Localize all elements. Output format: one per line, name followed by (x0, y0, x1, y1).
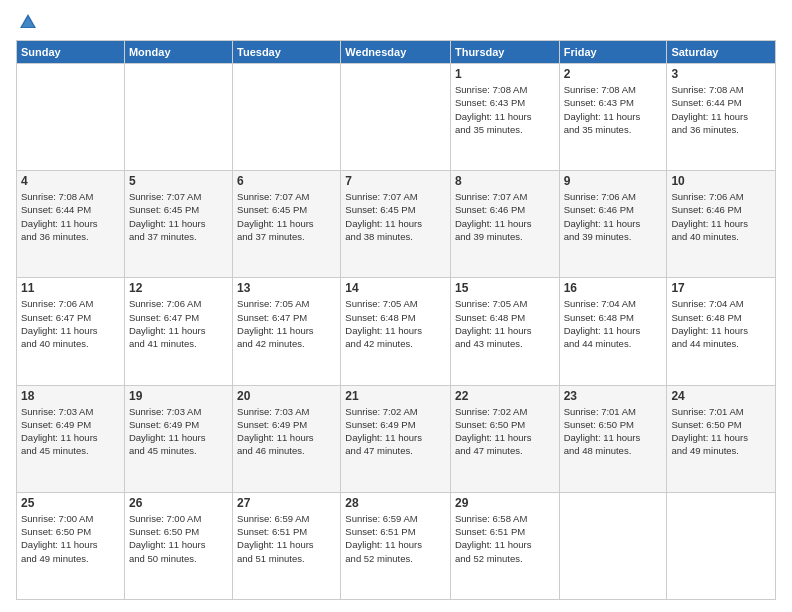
day-number: 16 (564, 281, 663, 295)
calendar-cell: 2Sunrise: 7:08 AM Sunset: 6:43 PM Daylig… (559, 64, 667, 171)
day-number: 3 (671, 67, 771, 81)
calendar-cell: 29Sunrise: 6:58 AM Sunset: 6:51 PM Dayli… (450, 492, 559, 599)
calendar-cell: 28Sunrise: 6:59 AM Sunset: 6:51 PM Dayli… (341, 492, 451, 599)
day-info: Sunrise: 7:07 AM Sunset: 6:45 PM Dayligh… (129, 190, 228, 243)
calendar-cell: 23Sunrise: 7:01 AM Sunset: 6:50 PM Dayli… (559, 385, 667, 492)
day-info: Sunrise: 7:07 AM Sunset: 6:45 PM Dayligh… (237, 190, 336, 243)
calendar-cell: 4Sunrise: 7:08 AM Sunset: 6:44 PM Daylig… (17, 171, 125, 278)
day-number: 7 (345, 174, 446, 188)
weekday-header-wednesday: Wednesday (341, 41, 451, 64)
day-info: Sunrise: 7:05 AM Sunset: 6:48 PM Dayligh… (455, 297, 555, 350)
calendar-cell: 18Sunrise: 7:03 AM Sunset: 6:49 PM Dayli… (17, 385, 125, 492)
day-number: 1 (455, 67, 555, 81)
day-info: Sunrise: 7:00 AM Sunset: 6:50 PM Dayligh… (21, 512, 120, 565)
calendar-cell: 15Sunrise: 7:05 AM Sunset: 6:48 PM Dayli… (450, 278, 559, 385)
calendar-cell: 16Sunrise: 7:04 AM Sunset: 6:48 PM Dayli… (559, 278, 667, 385)
calendar-cell: 13Sunrise: 7:05 AM Sunset: 6:47 PM Dayli… (233, 278, 341, 385)
weekday-header-friday: Friday (559, 41, 667, 64)
logo (16, 12, 38, 32)
day-info: Sunrise: 6:59 AM Sunset: 6:51 PM Dayligh… (345, 512, 446, 565)
day-info: Sunrise: 7:01 AM Sunset: 6:50 PM Dayligh… (671, 405, 771, 458)
day-number: 18 (21, 389, 120, 403)
day-number: 22 (455, 389, 555, 403)
day-number: 6 (237, 174, 336, 188)
calendar-cell (124, 64, 232, 171)
day-number: 20 (237, 389, 336, 403)
calendar-week-row: 4Sunrise: 7:08 AM Sunset: 6:44 PM Daylig… (17, 171, 776, 278)
day-info: Sunrise: 7:02 AM Sunset: 6:49 PM Dayligh… (345, 405, 446, 458)
calendar-cell: 1Sunrise: 7:08 AM Sunset: 6:43 PM Daylig… (450, 64, 559, 171)
day-number: 4 (21, 174, 120, 188)
day-number: 5 (129, 174, 228, 188)
day-info: Sunrise: 7:08 AM Sunset: 6:43 PM Dayligh… (564, 83, 663, 136)
calendar-cell (667, 492, 776, 599)
day-number: 10 (671, 174, 771, 188)
calendar-cell: 12Sunrise: 7:06 AM Sunset: 6:47 PM Dayli… (124, 278, 232, 385)
day-number: 28 (345, 496, 446, 510)
calendar-cell: 25Sunrise: 7:00 AM Sunset: 6:50 PM Dayli… (17, 492, 125, 599)
calendar-week-row: 11Sunrise: 7:06 AM Sunset: 6:47 PM Dayli… (17, 278, 776, 385)
day-number: 15 (455, 281, 555, 295)
day-number: 23 (564, 389, 663, 403)
calendar-cell: 21Sunrise: 7:02 AM Sunset: 6:49 PM Dayli… (341, 385, 451, 492)
calendar-cell: 3Sunrise: 7:08 AM Sunset: 6:44 PM Daylig… (667, 64, 776, 171)
day-info: Sunrise: 7:04 AM Sunset: 6:48 PM Dayligh… (671, 297, 771, 350)
logo-icon (18, 12, 38, 32)
calendar-week-row: 25Sunrise: 7:00 AM Sunset: 6:50 PM Dayli… (17, 492, 776, 599)
calendar-cell: 5Sunrise: 7:07 AM Sunset: 6:45 PM Daylig… (124, 171, 232, 278)
day-number: 9 (564, 174, 663, 188)
day-info: Sunrise: 7:04 AM Sunset: 6:48 PM Dayligh… (564, 297, 663, 350)
day-info: Sunrise: 6:59 AM Sunset: 6:51 PM Dayligh… (237, 512, 336, 565)
calendar-cell (559, 492, 667, 599)
calendar-cell: 10Sunrise: 7:06 AM Sunset: 6:46 PM Dayli… (667, 171, 776, 278)
calendar-cell: 14Sunrise: 7:05 AM Sunset: 6:48 PM Dayli… (341, 278, 451, 385)
calendar-cell: 20Sunrise: 7:03 AM Sunset: 6:49 PM Dayli… (233, 385, 341, 492)
calendar-cell: 22Sunrise: 7:02 AM Sunset: 6:50 PM Dayli… (450, 385, 559, 492)
day-info: Sunrise: 7:06 AM Sunset: 6:46 PM Dayligh… (671, 190, 771, 243)
calendar-cell (17, 64, 125, 171)
day-number: 29 (455, 496, 555, 510)
day-info: Sunrise: 7:00 AM Sunset: 6:50 PM Dayligh… (129, 512, 228, 565)
header (16, 12, 776, 32)
page: SundayMondayTuesdayWednesdayThursdayFrid… (0, 0, 792, 612)
day-number: 24 (671, 389, 771, 403)
day-number: 21 (345, 389, 446, 403)
weekday-header-row: SundayMondayTuesdayWednesdayThursdayFrid… (17, 41, 776, 64)
day-info: Sunrise: 7:01 AM Sunset: 6:50 PM Dayligh… (564, 405, 663, 458)
calendar-cell: 19Sunrise: 7:03 AM Sunset: 6:49 PM Dayli… (124, 385, 232, 492)
calendar-cell: 8Sunrise: 7:07 AM Sunset: 6:46 PM Daylig… (450, 171, 559, 278)
day-info: Sunrise: 7:03 AM Sunset: 6:49 PM Dayligh… (237, 405, 336, 458)
day-info: Sunrise: 7:07 AM Sunset: 6:45 PM Dayligh… (345, 190, 446, 243)
weekday-header-tuesday: Tuesday (233, 41, 341, 64)
calendar-cell: 27Sunrise: 6:59 AM Sunset: 6:51 PM Dayli… (233, 492, 341, 599)
weekday-header-saturday: Saturday (667, 41, 776, 64)
day-info: Sunrise: 7:06 AM Sunset: 6:46 PM Dayligh… (564, 190, 663, 243)
day-info: Sunrise: 7:08 AM Sunset: 6:43 PM Dayligh… (455, 83, 555, 136)
day-info: Sunrise: 7:08 AM Sunset: 6:44 PM Dayligh… (671, 83, 771, 136)
day-number: 25 (21, 496, 120, 510)
day-number: 8 (455, 174, 555, 188)
weekday-header-monday: Monday (124, 41, 232, 64)
day-info: Sunrise: 7:05 AM Sunset: 6:48 PM Dayligh… (345, 297, 446, 350)
day-info: Sunrise: 7:06 AM Sunset: 6:47 PM Dayligh… (129, 297, 228, 350)
day-info: Sunrise: 7:07 AM Sunset: 6:46 PM Dayligh… (455, 190, 555, 243)
day-info: Sunrise: 7:03 AM Sunset: 6:49 PM Dayligh… (129, 405, 228, 458)
day-info: Sunrise: 6:58 AM Sunset: 6:51 PM Dayligh… (455, 512, 555, 565)
day-info: Sunrise: 7:03 AM Sunset: 6:49 PM Dayligh… (21, 405, 120, 458)
day-number: 13 (237, 281, 336, 295)
day-info: Sunrise: 7:05 AM Sunset: 6:47 PM Dayligh… (237, 297, 336, 350)
calendar-week-row: 1Sunrise: 7:08 AM Sunset: 6:43 PM Daylig… (17, 64, 776, 171)
day-number: 14 (345, 281, 446, 295)
calendar-cell: 6Sunrise: 7:07 AM Sunset: 6:45 PM Daylig… (233, 171, 341, 278)
calendar-cell: 9Sunrise: 7:06 AM Sunset: 6:46 PM Daylig… (559, 171, 667, 278)
weekday-header-sunday: Sunday (17, 41, 125, 64)
calendar-cell (233, 64, 341, 171)
day-number: 17 (671, 281, 771, 295)
day-info: Sunrise: 7:02 AM Sunset: 6:50 PM Dayligh… (455, 405, 555, 458)
day-number: 26 (129, 496, 228, 510)
day-number: 2 (564, 67, 663, 81)
calendar-table: SundayMondayTuesdayWednesdayThursdayFrid… (16, 40, 776, 600)
weekday-header-thursday: Thursday (450, 41, 559, 64)
calendar-cell (341, 64, 451, 171)
calendar-cell: 17Sunrise: 7:04 AM Sunset: 6:48 PM Dayli… (667, 278, 776, 385)
